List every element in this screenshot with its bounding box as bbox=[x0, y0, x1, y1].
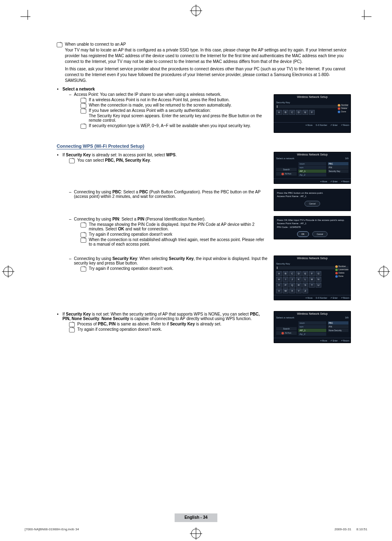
screenshot-seckey-hex: Wireless Network Setup Security Key A B … bbox=[274, 94, 351, 133]
note-icon bbox=[69, 158, 75, 163]
note-icon bbox=[57, 42, 62, 47]
screenshot-netlist-nonesec: Wireless Network Setup Select a network3… bbox=[274, 311, 351, 343]
note-icon bbox=[81, 98, 86, 103]
screenshot-netlist-seckey: Wireless Network Setup Select a network3… bbox=[274, 152, 351, 184]
note-icon bbox=[69, 327, 75, 332]
note-icon bbox=[81, 267, 86, 272]
note-icon bbox=[81, 223, 86, 228]
imprint-right: 2009-03-31 8:10:51 bbox=[334, 527, 367, 531]
note-icon bbox=[81, 238, 86, 243]
note-icon bbox=[81, 232, 86, 237]
note-icon bbox=[81, 103, 86, 108]
note-icon bbox=[69, 322, 75, 327]
screenshot-pbc: Press the PBC button on the access point… bbox=[274, 189, 351, 211]
select-heading: Select a network bbox=[62, 87, 95, 91]
screenshot-pin: Press OK After input TV's Pincode in the… bbox=[274, 216, 351, 239]
wps-heading: Connecting WPS (Wi-Fi Protected Setup) bbox=[57, 144, 144, 149]
screenshot-seckey-full: Wireless Network Setup Security Key ABCD… bbox=[274, 255, 351, 300]
intro-p1: Your TV may fail to locate an AP that is… bbox=[65, 48, 346, 64]
intro-p2: In this case, ask your Internet service … bbox=[65, 67, 345, 83]
note-icon bbox=[81, 109, 86, 114]
page-number: English - 34 bbox=[184, 515, 208, 520]
intro-heading: When unable to connect to an AP bbox=[65, 42, 126, 46]
ap-line: Access Point: You can select the IP shar… bbox=[74, 92, 221, 97]
note-icon bbox=[81, 124, 86, 129]
imprint-left: [7000-NA]BN68-01988H-Eng.indb 34 bbox=[25, 527, 79, 531]
